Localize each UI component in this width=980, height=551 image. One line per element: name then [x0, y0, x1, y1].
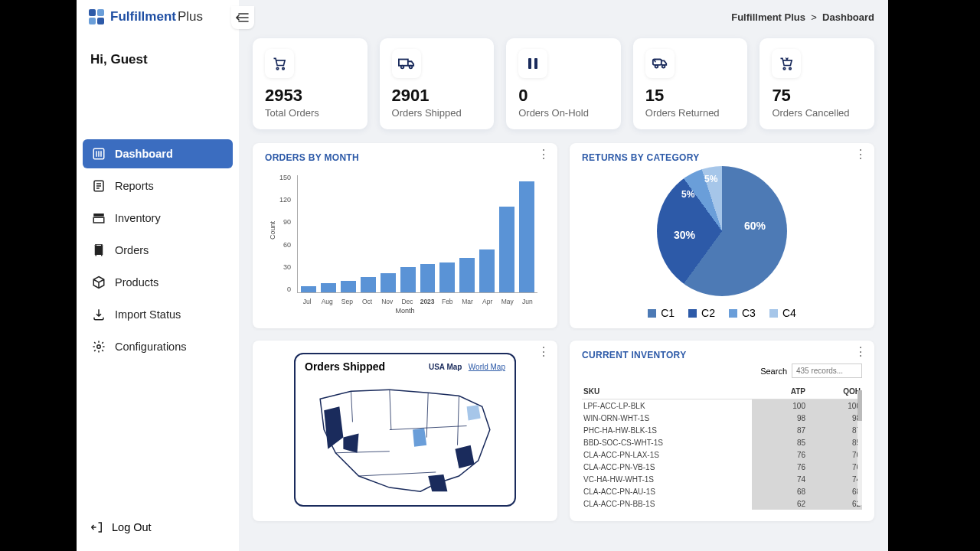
col-qoh[interactable]: QOH: [807, 384, 862, 399]
stat-value: 2953: [265, 86, 355, 106]
search-label: Search: [760, 367, 787, 376]
bar: [381, 273, 396, 293]
panel-menu-button[interactable]: ⋮: [537, 151, 550, 158]
table-row[interactable]: LPF-ACC-LP-BLK100100: [582, 399, 862, 412]
products-icon: [92, 276, 106, 289]
stat-value: 0: [518, 86, 609, 106]
brand-logo-icon: [87, 8, 106, 26]
stat-label: Orders Shipped: [392, 107, 482, 119]
panel-menu-button[interactable]: ⋮: [854, 151, 867, 158]
svg-point-12: [400, 66, 403, 69]
table-row[interactable]: VC-HA-HW-WHT-1S7474: [582, 473, 862, 485]
svg-rect-0: [89, 9, 96, 16]
panel-menu-button[interactable]: ⋮: [537, 348, 550, 356]
svg-rect-3: [97, 18, 104, 24]
stat-cards: 2953 Total Orders 2901 Orders Shipped 0 …: [253, 38, 874, 129]
nav-dashboard[interactable]: Dashboard: [83, 139, 233, 168]
bar: [479, 249, 495, 292]
stat-value: 2901: [392, 86, 482, 106]
nav-import-status[interactable]: Import Status: [83, 300, 233, 329]
bar: [341, 281, 356, 292]
svg-point-18: [662, 65, 665, 68]
stat-label: Total Orders: [265, 107, 355, 119]
nav-label: Configurations: [115, 341, 187, 353]
breadcrumb-root: Fulfillment Plus: [731, 11, 805, 23]
inventory-icon: [92, 211, 106, 225]
svg-rect-2: [89, 18, 96, 24]
pie-chart: 60% 30% 5% 5%: [657, 166, 787, 296]
bar: [519, 181, 534, 292]
nav-reports[interactable]: Reports: [83, 171, 233, 201]
bar: [420, 264, 436, 292]
bar: [499, 207, 514, 292]
gear-icon: [92, 340, 106, 354]
nav-products[interactable]: Products: [83, 268, 233, 297]
nav-label: Inventory: [115, 212, 161, 224]
table-row[interactable]: CLA-ACC-PN-LAX-1S7676: [582, 448, 862, 461]
stat-label: Orders Cancelled: [772, 107, 862, 119]
map-title: Orders Shipped: [305, 360, 385, 373]
panel-returns-by-category: RETURNS BY CATEGORY ⋮ 60% 30% 5% 5% C1 C…: [570, 143, 874, 328]
svg-rect-14: [528, 58, 531, 69]
stat-label: Orders On-Hold: [518, 107, 609, 119]
logout-label: Log Out: [112, 521, 152, 533]
inventory-scrollbar[interactable]: [858, 390, 862, 505]
nav-configurations[interactable]: Configurations: [83, 332, 233, 361]
stat-orders-cancelled: 75 Orders Cancelled: [760, 38, 874, 129]
table-row[interactable]: CLA-ACC-PN-VB-1S7676: [582, 461, 862, 473]
bar-chart: Count 1501209060300 JulAugSepOctNovDec20…: [265, 169, 545, 315]
col-atp[interactable]: ATP: [752, 384, 807, 399]
nav-label: Products: [115, 276, 158, 289]
svg-point-17: [655, 65, 658, 68]
bar: [459, 258, 475, 292]
bar: [301, 286, 316, 292]
import-icon: [92, 308, 106, 321]
stat-label: Orders Returned: [645, 107, 736, 119]
logout-button[interactable]: Log Out: [83, 511, 233, 543]
nav-label: Reports: [115, 180, 154, 192]
dashboard-icon: [92, 147, 106, 161]
nav-label: Dashboard: [115, 148, 173, 160]
bar: [361, 277, 376, 292]
brand-name: FulfillmentPlus: [110, 9, 203, 24]
greeting-text: Hi, Guest: [83, 31, 233, 78]
logo: FulfillmentPlus: [83, 8, 233, 31]
stat-total-orders: 2953 Total Orders: [253, 38, 368, 129]
table-row[interactable]: CLA-ACC-PN-BB-1S6262: [582, 497, 862, 510]
main-content: Fulfillment Plus > Dashboard 2953 Total …: [239, 0, 888, 551]
table-row[interactable]: CLA-ACC-PN-AU-1S6868: [582, 485, 862, 497]
svg-point-13: [409, 66, 412, 69]
svg-rect-7: [93, 217, 104, 223]
cart-cancel-icon: [779, 56, 794, 71]
stat-orders-onhold: 0 Orders On-Hold: [506, 38, 621, 129]
bar: [400, 267, 416, 292]
y-axis-ticks: 1501209060300: [265, 174, 294, 293]
panel-title: ORDERS BY MONTH: [265, 152, 545, 163]
return-truck-icon: [652, 57, 668, 70]
inventory-search-input[interactable]: [792, 364, 862, 378]
map-link-world[interactable]: World Map: [469, 363, 505, 371]
pie-legend: C1 C2 C3 C4: [648, 307, 796, 319]
sidebar-collapse-button[interactable]: [231, 6, 254, 29]
usa-map[interactable]: [305, 376, 505, 499]
orders-icon: [92, 243, 106, 257]
col-sku[interactable]: SKU: [582, 384, 752, 399]
truck-icon: [398, 57, 415, 70]
panel-orders-shipped-map: ⋮ Orders Shipped USA Map World Map: [253, 341, 557, 521]
table-row[interactable]: PHC-HA-HW-BLK-1S8787: [582, 424, 862, 436]
stat-orders-shipped: 2901 Orders Shipped: [380, 38, 495, 129]
main-nav: Dashboard Reports Inventory Orders Produ…: [83, 139, 233, 361]
panel-menu-button[interactable]: ⋮: [854, 348, 867, 356]
stat-value: 75: [772, 86, 862, 106]
panel-current-inventory: CURRENT INVENTORY ⋮ Search SKU ATP QOH L…: [570, 341, 874, 521]
breadcrumb: Fulfillment Plus > Dashboard: [253, 0, 874, 26]
nav-inventory[interactable]: Inventory: [83, 204, 233, 233]
bar: [321, 283, 336, 292]
table-row[interactable]: WIN-ORN-WHT-1S9898: [582, 412, 862, 424]
logout-icon: [90, 520, 104, 534]
nav-label: Orders: [115, 244, 149, 256]
svg-point-20: [789, 67, 792, 70]
map-link-usa[interactable]: USA Map: [429, 363, 462, 371]
table-row[interactable]: BBD-SOC-CS-WHT-1S8585: [582, 436, 862, 448]
nav-orders[interactable]: Orders: [83, 236, 233, 265]
